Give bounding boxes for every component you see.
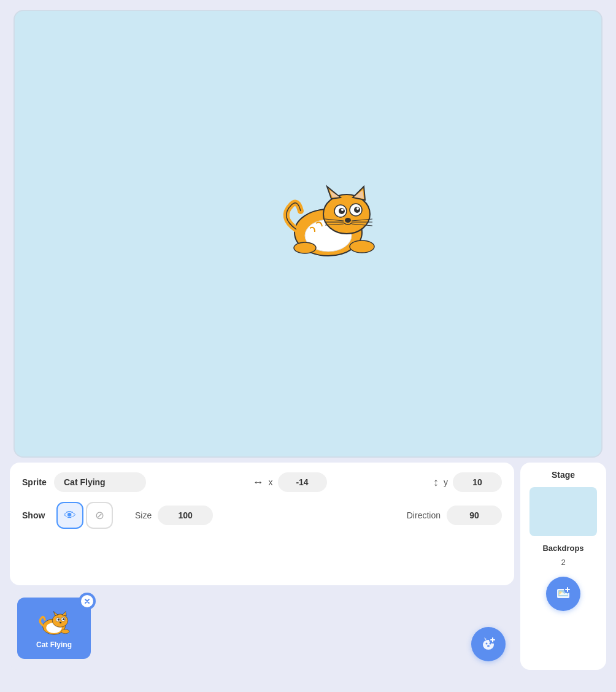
svg-point-31 bbox=[60, 622, 61, 624]
y-input[interactable] bbox=[453, 472, 502, 492]
size-label: Size bbox=[135, 510, 152, 520]
svg-point-36 bbox=[487, 645, 490, 647]
y-coord-group: ↕ y bbox=[433, 472, 502, 492]
svg-point-20 bbox=[350, 240, 374, 253]
y-label: y bbox=[444, 477, 448, 487]
svg-point-32 bbox=[61, 629, 69, 634]
stage-mini-preview[interactable] bbox=[529, 487, 597, 536]
delete-icon bbox=[81, 595, 93, 607]
sprite-label: Sprite bbox=[22, 477, 47, 487]
direction-group: Direction bbox=[407, 506, 502, 525]
main-container: Sprite ↔ x ↕ y Show bbox=[10, 10, 606, 670]
svg-point-24 bbox=[52, 614, 67, 627]
svg-point-12 bbox=[356, 207, 359, 210]
size-group: Size bbox=[135, 506, 213, 525]
x-label: x bbox=[269, 477, 273, 487]
add-sprite-button[interactable] bbox=[471, 627, 506, 661]
x-coord-group: ↔ x bbox=[253, 472, 327, 492]
stage-side-panel: Stage Backdrops 2 bbox=[520, 463, 606, 670]
stage-canvas bbox=[15, 11, 601, 456]
sprite-card[interactable]: Cat Flying bbox=[17, 598, 91, 659]
svg-point-28 bbox=[58, 618, 60, 620]
svg-point-34 bbox=[486, 643, 488, 645]
svg-marker-26 bbox=[62, 612, 66, 616]
sprite-info-row: Sprite ↔ x ↕ y bbox=[22, 472, 502, 492]
backdrops-count: 2 bbox=[561, 558, 565, 567]
y-arrows-icon: ↕ bbox=[433, 476, 439, 489]
add-backdrop-button[interactable] bbox=[546, 577, 580, 611]
eye-open-icon: 👁 bbox=[64, 509, 76, 523]
direction-label: Direction bbox=[407, 510, 441, 520]
size-input[interactable] bbox=[158, 506, 213, 525]
svg-point-30 bbox=[63, 618, 64, 620]
svg-marker-37 bbox=[484, 637, 487, 640]
eye-closed-icon: ⊘ bbox=[95, 509, 104, 522]
show-label: Show bbox=[22, 510, 47, 520]
show-hidden-button[interactable]: ⊘ bbox=[86, 502, 113, 529]
x-input[interactable] bbox=[278, 472, 327, 492]
sprite-thumbnail-image bbox=[36, 607, 72, 638]
delete-sprite-button[interactable] bbox=[79, 593, 96, 610]
sprite-thumb-label: Cat Flying bbox=[36, 640, 72, 649]
svg-marker-25 bbox=[53, 612, 58, 616]
stage-label: Stage bbox=[552, 470, 575, 480]
svg-point-2 bbox=[323, 194, 370, 234]
add-backdrop-icon bbox=[553, 584, 573, 604]
sprite-list-area: Cat Flying bbox=[10, 590, 514, 670]
svg-point-9 bbox=[341, 209, 344, 211]
cat-sprite[interactable] bbox=[273, 180, 383, 260]
direction-input[interactable] bbox=[447, 506, 502, 525]
visibility-buttons: 👁 ⊘ bbox=[56, 502, 113, 529]
svg-point-21 bbox=[294, 242, 316, 253]
sprite-thumbnail: Cat Flying bbox=[17, 598, 91, 659]
show-visible-button[interactable]: 👁 bbox=[56, 502, 83, 529]
stage-canvas-area bbox=[13, 10, 603, 458]
sprite-bottom-container: Sprite ↔ x ↕ y Show bbox=[10, 463, 514, 670]
sprite-props-row: Show 👁 ⊘ Size Direction bbox=[22, 502, 502, 529]
sprite-panel: Sprite ↔ x ↕ y Show bbox=[10, 463, 514, 585]
add-sprite-icon bbox=[479, 634, 498, 654]
backdrops-label: Backdrops bbox=[542, 544, 583, 553]
x-arrows-icon: ↔ bbox=[253, 476, 264, 489]
sprite-name-input[interactable] bbox=[54, 472, 146, 492]
bottom-panel: Sprite ↔ x ↕ y Show bbox=[10, 463, 606, 670]
svg-point-13 bbox=[345, 218, 351, 223]
